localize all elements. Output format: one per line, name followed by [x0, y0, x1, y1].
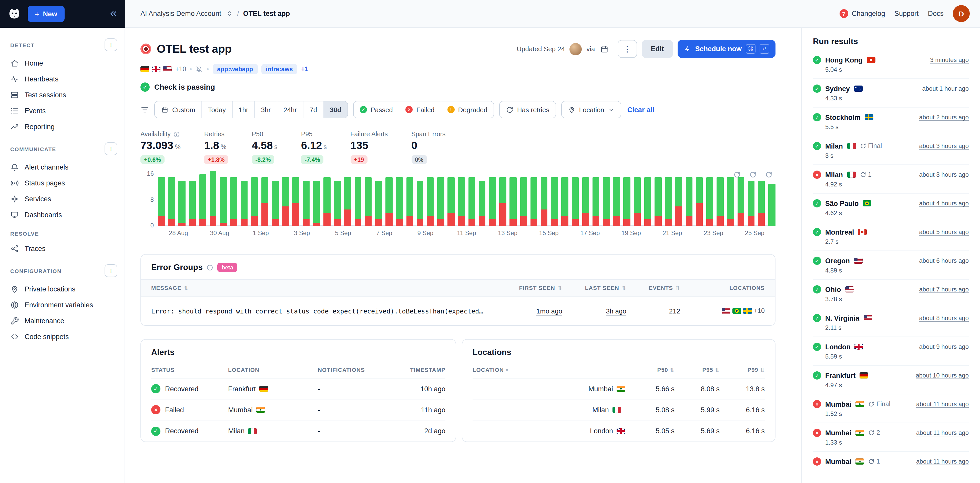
run-timestamp-link[interactable]: about 9 hours ago	[919, 343, 969, 350]
chart-bar[interactable]	[365, 178, 372, 226]
run-result-item[interactable]: ✓Sydneyabout 1 hour ago4.33 s	[813, 79, 969, 108]
filter-passed[interactable]: ✓ Passed	[354, 102, 399, 118]
column-p50[interactable]: P50 ⇅	[629, 367, 675, 373]
column-notifications[interactable]: NOTIFICATIONS	[318, 367, 402, 373]
run-timestamp-link[interactable]: about 11 hours ago	[916, 458, 969, 465]
filter-1hr[interactable]: 1hr	[232, 102, 255, 118]
chart-bar[interactable]	[551, 178, 558, 226]
run-timestamp-link[interactable]: about 2 hours ago	[919, 114, 969, 121]
run-timestamp-link[interactable]: about 4 hours ago	[919, 200, 969, 207]
chart-bar[interactable]	[727, 178, 734, 226]
filter-custom[interactable]: Custom	[155, 102, 201, 118]
chart-bar[interactable]	[241, 181, 248, 226]
sidebar-item-private-locations[interactable]: Private locations	[0, 281, 124, 297]
filter-today[interactable]: Today	[201, 102, 232, 118]
chart-bar[interactable]	[344, 178, 351, 226]
chart-bar[interactable]	[479, 181, 486, 226]
run-timestamp-link[interactable]: about 1 hour ago	[922, 85, 969, 92]
add-configuration-button[interactable]: +	[105, 264, 118, 277]
run-result-item[interactable]: ✓Montrealabout 5 hours ago2.7 s	[813, 222, 969, 251]
chart-bar[interactable]	[613, 178, 620, 226]
location-row[interactable]: Milan5.08 s5.99 s6.16 s	[473, 399, 765, 421]
run-result-item[interactable]: ✓Frankfurtabout 10 hours ago4.97 s	[813, 366, 969, 394]
chart-bar[interactable]	[396, 178, 403, 226]
checkly-logo-icon[interactable]	[7, 7, 22, 21]
run-result-item[interactable]: ✓MilanFinalabout 3 hours ago3 s	[813, 136, 969, 165]
run-results-panel[interactable]: Run results ✓Hong Kong3 minutes ago5.04 …	[801, 28, 980, 483]
column-p99[interactable]: P99 ⇅	[720, 367, 765, 373]
sidebar-item-status-pages[interactable]: Status pages	[0, 175, 124, 191]
chart-bar[interactable]	[210, 171, 216, 226]
tag-chip-aws[interactable]: infra:aws	[261, 64, 297, 74]
run-result-item[interactable]: ✓Oregonabout 6 hours ago4.89 s	[813, 251, 969, 280]
location-row[interactable]: Mumbai5.66 s8.08 s13.8 s	[473, 378, 765, 399]
chart-bar[interactable]	[437, 178, 444, 226]
chart-bar[interactable]	[530, 178, 538, 226]
chart-bar[interactable]	[541, 178, 548, 226]
sidebar-item-dashboards[interactable]: Dashboards	[0, 207, 124, 223]
sidebar-item-home[interactable]: Home	[0, 55, 124, 71]
chart-bar[interactable]	[168, 178, 175, 226]
chart-bar[interactable]	[592, 178, 600, 226]
sidebar-item-traces[interactable]: Traces	[0, 241, 124, 257]
new-button[interactable]: + New	[28, 6, 64, 22]
column-message[interactable]: MESSAGE⇅	[151, 285, 498, 291]
chart-bar[interactable]	[231, 178, 237, 226]
chart-bar[interactable]	[355, 178, 361, 226]
run-timestamp-link[interactable]: about 10 hours ago	[916, 372, 969, 379]
main-content[interactable]: OTEL test app Updated Sep 24 via ⋮ Edit …	[125, 28, 801, 483]
more-actions-button[interactable]: ⋮	[617, 40, 637, 58]
chart-bar[interactable]	[603, 178, 610, 226]
chart-bar[interactable]	[675, 178, 682, 226]
chart-bar[interactable]	[758, 181, 765, 226]
sidebar-item-maintenance[interactable]: Maintenance	[0, 313, 124, 329]
chart-bar[interactable]	[323, 178, 330, 226]
chart-bar[interactable]	[665, 178, 672, 226]
chart-bar[interactable]	[696, 178, 703, 226]
first-seen-value[interactable]: 1mo ago	[498, 307, 562, 315]
chart-bar[interactable]	[520, 178, 527, 226]
run-timestamp-link[interactable]: 3 minutes ago	[930, 56, 969, 64]
collapse-sidebar-icon[interactable]	[109, 9, 118, 18]
filter-30d[interactable]: 30d	[323, 102, 347, 118]
alert-row[interactable]: ✓RecoveredFrankfurt-10h ago	[151, 378, 445, 399]
tag-chip-webapp[interactable]: app:webapp	[212, 64, 258, 74]
chart-bar[interactable]	[303, 181, 310, 226]
chart-bar[interactable]	[417, 181, 423, 226]
filter-icon[interactable]	[140, 105, 149, 114]
sidebar-item-heartbeats[interactable]: Heartbeats	[0, 71, 124, 87]
alert-row[interactable]: ×FailedMumbai-11h ago	[151, 399, 445, 421]
chart-bar[interactable]	[375, 181, 382, 226]
chart-bar[interactable]	[220, 178, 227, 226]
account-switcher-icon[interactable]	[225, 10, 233, 17]
location-row[interactable]: London5.05 s5.69 s6.16 s	[473, 421, 765, 442]
sidebar-item-code-snippets[interactable]: Code snippets	[0, 329, 124, 345]
run-result-item[interactable]: ×Mumbai1about 11 hours ago	[813, 452, 969, 471]
chart-bar[interactable]	[179, 181, 186, 226]
run-timestamp-link[interactable]: about 3 hours ago	[919, 171, 969, 178]
column-last-seen[interactable]: LAST SEEN⇅	[562, 285, 626, 291]
chart-bar[interactable]	[510, 178, 517, 226]
run-result-item[interactable]: ✓Hong Kong3 minutes ago5.04 s	[813, 50, 969, 79]
run-timestamp-link[interactable]: about 11 hours ago	[916, 400, 969, 408]
chart-bar[interactable]	[654, 178, 662, 226]
chart-bar[interactable]	[385, 178, 392, 226]
filter-failed[interactable]: × Failed	[399, 102, 441, 118]
run-timestamp-link[interactable]: about 6 hours ago	[919, 257, 969, 264]
column-events[interactable]: EVENTS⇅	[626, 285, 680, 291]
user-avatar[interactable]: D	[953, 5, 970, 22]
flags-more[interactable]: +10	[175, 65, 186, 73]
clear-all-link[interactable]: Clear all	[627, 106, 654, 113]
chart-bar[interactable]	[644, 178, 651, 226]
column-location[interactable]: LOCATION	[228, 367, 318, 373]
chart-bar[interactable]	[261, 178, 268, 226]
filter-has-retries[interactable]: Has retries	[500, 102, 555, 118]
run-timestamp-link[interactable]: about 7 hours ago	[919, 286, 969, 293]
run-result-item[interactable]: ✓São Pauloabout 4 hours ago4.62 s	[813, 194, 969, 222]
chart-bar[interactable]	[562, 178, 568, 226]
run-timestamp-link[interactable]: about 3 hours ago	[919, 142, 969, 149]
filter-24hr[interactable]: 24hr	[277, 102, 303, 118]
changelog-link[interactable]: Changelog	[852, 10, 885, 17]
error-group-row[interactable]: Error: should respond with correct statu…	[141, 297, 775, 325]
last-seen-value[interactable]: 3h ago	[562, 307, 626, 315]
